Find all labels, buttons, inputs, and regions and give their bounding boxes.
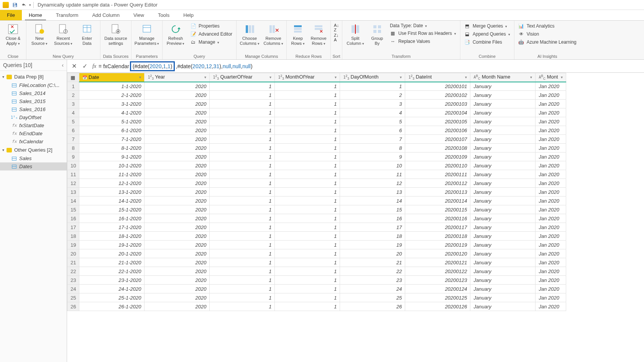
cell[interactable]: 23-1-2020 [79, 276, 145, 285]
cell[interactable]: 1 [275, 267, 340, 276]
enter-data-button[interactable]: Enter Data [76, 21, 99, 47]
table-row[interactable]: 44-1-2020202011420200104JanuaryJan 2020 [67, 108, 566, 117]
cell[interactable]: 17-1-2020 [79, 223, 145, 232]
tab-add-column[interactable]: Add Column [85, 10, 127, 20]
cell[interactable]: 23 [340, 276, 405, 285]
cell[interactable]: January [470, 100, 536, 108]
cell[interactable]: 2020 [145, 223, 210, 232]
cell[interactable]: Jan 2020 [536, 293, 566, 302]
cell[interactable]: 1 [275, 108, 340, 117]
cell[interactable]: 2020 [145, 161, 210, 170]
cell[interactable]: 2020 [145, 108, 210, 117]
filter-dropdown-icon[interactable]: ▾ [400, 75, 402, 79]
cell[interactable]: 1 [275, 293, 340, 302]
cell[interactable]: 10 [340, 161, 405, 170]
cell[interactable]: 9-1-2020 [79, 152, 145, 161]
cell[interactable]: 1 [210, 249, 275, 258]
query-item[interactable]: fxfxStartDate [0, 121, 67, 129]
filter-dropdown-icon[interactable]: ▾ [139, 75, 141, 79]
table-row[interactable]: 1616-1-20202020111620200116JanuaryJan 20… [67, 214, 566, 223]
data-type-button[interactable]: Data Type: Date [388, 22, 458, 29]
cell[interactable]: 1 [275, 126, 340, 135]
cell[interactable]: January [470, 91, 536, 100]
cell[interactable]: 24-1-2020 [79, 285, 145, 293]
cell[interactable]: Jan 2020 [536, 285, 566, 293]
cell[interactable]: 1 [210, 188, 275, 197]
cell[interactable]: 4 [340, 108, 405, 117]
cell[interactable]: 2020 [145, 144, 210, 152]
cell[interactable]: January [470, 232, 536, 241]
cell[interactable]: 20200106 [405, 126, 470, 135]
table-row[interactable]: 1111-1-20202020111120200111JanuaryJan 20… [67, 170, 566, 179]
cell[interactable]: 17 [340, 223, 405, 232]
cell[interactable]: 8 [340, 144, 405, 152]
cell[interactable]: January [470, 302, 536, 311]
cell[interactable]: 1 [210, 276, 275, 285]
cell[interactable]: 4-1-2020 [79, 108, 145, 117]
cell[interactable]: 20200120 [405, 249, 470, 258]
table-row[interactable]: 1414-1-20202020111420200114JanuaryJan 20… [67, 197, 566, 205]
cell[interactable]: 20200116 [405, 214, 470, 223]
cell[interactable]: 2020 [145, 214, 210, 223]
column-header[interactable]: 123 Year▾ [145, 73, 210, 82]
cell[interactable]: 1 [210, 161, 275, 170]
cell[interactable]: 1 [275, 197, 340, 205]
sort-desc-button[interactable]: Z↓A [334, 33, 339, 42]
cell[interactable]: 2 [340, 91, 405, 100]
table-row[interactable]: 1010-1-20202020111020200110JanuaryJan 20… [67, 161, 566, 170]
cell[interactable]: 18-1-2020 [79, 232, 145, 241]
text-analytics-button[interactable]: 📊Text Analytics [517, 22, 578, 30]
cell[interactable]: 21 [340, 258, 405, 267]
row-number[interactable]: 9 [67, 152, 79, 161]
cell[interactable]: January [470, 126, 536, 135]
cell[interactable]: 1 [210, 152, 275, 161]
cell[interactable]: 20200121 [405, 258, 470, 267]
tab-view[interactable]: View [127, 10, 151, 20]
cell[interactable]: 1 [210, 91, 275, 100]
data-grid-wrap[interactable]: ▦📅 Date▾123 Year▾123 QuarterOfYear▾123 M… [67, 73, 644, 362]
cell[interactable]: Jan 2020 [536, 223, 566, 232]
cell[interactable]: 1 [275, 258, 340, 267]
cell[interactable]: 1 [275, 223, 340, 232]
cell[interactable]: 20200112 [405, 179, 470, 188]
cell[interactable]: 20200124 [405, 285, 470, 293]
cell[interactable]: 5-1-2020 [79, 117, 145, 126]
row-number[interactable]: 4 [67, 108, 79, 117]
cell[interactable]: 20200118 [405, 232, 470, 241]
cell[interactable]: 2020 [145, 152, 210, 161]
cell[interactable]: 13-1-2020 [79, 188, 145, 197]
row-number[interactable]: 26 [67, 302, 79, 311]
table-row[interactable]: 55-1-2020202011520200105JanuaryJan 2020 [67, 117, 566, 126]
cell[interactable]: 19-1-2020 [79, 241, 145, 249]
query-item[interactable]: fxfxCalendar [0, 138, 67, 146]
choose-columns-button[interactable]: Choose Columns [238, 21, 261, 47]
cell[interactable]: 1 [340, 82, 405, 91]
cell[interactable]: 1 [210, 258, 275, 267]
column-header[interactable]: 123 QuarterOfYear▾ [210, 73, 275, 82]
azure-ml-button[interactable]: 🤖Azure Machine Learning [517, 38, 578, 46]
cell[interactable]: 24 [340, 285, 405, 293]
cell[interactable]: 1 [210, 214, 275, 223]
cell[interactable]: 20-1-2020 [79, 249, 145, 258]
remove-columns-button[interactable]: ✕ Remove Columns [262, 21, 285, 47]
save-icon[interactable] [11, 1, 19, 9]
cell[interactable]: 20200108 [405, 144, 470, 152]
cell[interactable]: 1 [210, 108, 275, 117]
cell[interactable]: 20 [340, 249, 405, 258]
cell[interactable]: 20200125 [405, 293, 470, 302]
cancel-formula-button[interactable]: ✕ [69, 61, 79, 72]
cell[interactable]: 1 [275, 152, 340, 161]
cell[interactable]: Jan 2020 [536, 91, 566, 100]
cell[interactable]: January [470, 267, 536, 276]
row-number[interactable]: 16 [67, 214, 79, 223]
cell[interactable]: January [470, 161, 536, 170]
row-number[interactable]: 7 [67, 135, 79, 144]
cell[interactable]: 1 [210, 223, 275, 232]
query-group-data-prep[interactable]: ▾ Data Prep [8] [0, 72, 67, 81]
filter-dropdown-icon[interactable]: ▾ [335, 75, 337, 79]
cell[interactable]: January [470, 285, 536, 293]
row-number[interactable]: 13 [67, 188, 79, 197]
manage-parameters-button[interactable]: Manage Parameters [133, 21, 161, 47]
cell[interactable]: 1 [210, 179, 275, 188]
query-item[interactable]: FileLocation (C:\... [0, 81, 67, 89]
